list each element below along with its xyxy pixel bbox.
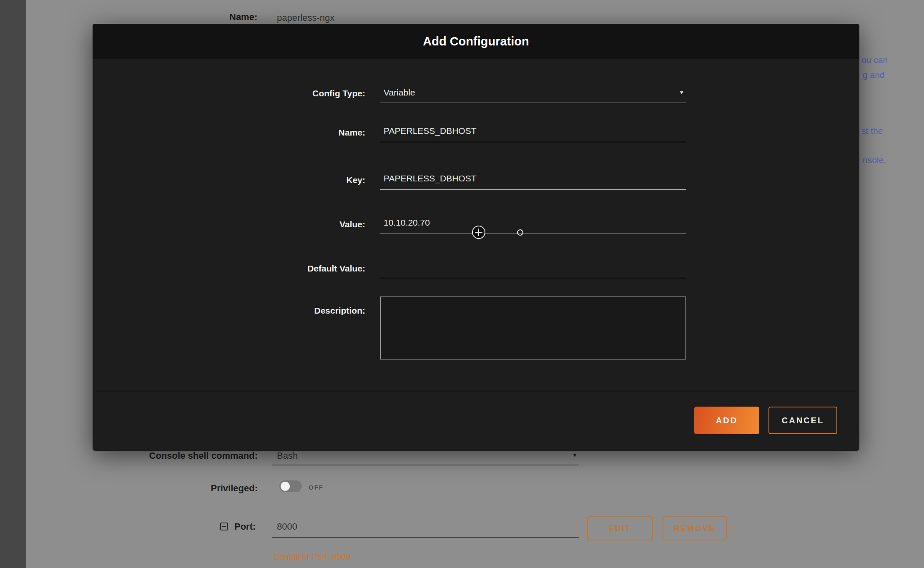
description-textarea[interactable] (380, 297, 686, 359)
default-value-label: Default Value: (93, 259, 365, 278)
cancel-button[interactable]: CANCEL (768, 407, 837, 434)
key-input[interactable] (380, 171, 686, 190)
default-value-input[interactable] (380, 259, 686, 278)
config-type-value: Variable (384, 88, 415, 97)
console-dropdown-arrow-icon[interactable]: ▼ (572, 452, 578, 458)
config-type-row: Config Type: Variable ▼ (93, 84, 859, 103)
screen: Name: paperless-ngx ou can g and st the … (0, 0, 924, 568)
value-label: Value: (93, 215, 365, 234)
modal-footer-divider (96, 391, 856, 391)
value-input[interactable] (380, 215, 686, 234)
name-row: Name: (93, 123, 859, 142)
bg-name-label: Name: (229, 12, 257, 23)
default-value-row: Default Value: (93, 259, 859, 278)
port-value[interactable]: 8000 (277, 521, 297, 532)
port-label: Port: (234, 521, 256, 532)
chevron-down-icon: ▼ (679, 90, 684, 95)
privileged-label: Privileged: (83, 483, 258, 494)
config-type-select[interactable]: Variable ▼ (380, 84, 686, 103)
config-type-label: Config Type: (93, 84, 365, 103)
name-label: Name: (93, 123, 365, 142)
bg-clipped-text-4: nsole. (863, 155, 886, 165)
bg-clipped-text-3: st the (861, 126, 883, 136)
bg-clipped-text-2: g and (863, 70, 885, 80)
page-left-edge (0, 0, 26, 568)
bg-clipped-text-1: ou can (861, 55, 888, 65)
container-port-text: Container Port: 8000 (274, 552, 351, 562)
console-shell-label: Console shell command: (83, 450, 258, 461)
privileged-state: OFF (309, 484, 324, 491)
move-cursor-icon (472, 226, 485, 239)
cursor-ring-icon (517, 229, 523, 236)
port-remove-button[interactable]: REMOVE (663, 516, 727, 540)
key-label: Key: (93, 171, 365, 190)
console-shell-value[interactable]: Bash (277, 450, 298, 461)
modal-header: Add Configuration (93, 24, 859, 59)
modal-title: Add Configuration (423, 35, 529, 48)
port-field-underline (272, 537, 579, 538)
add-button[interactable]: ADD (694, 407, 759, 434)
port-edit-button[interactable]: EDIT (587, 516, 653, 540)
key-row: Key: (93, 171, 859, 190)
console-field-underline (272, 465, 579, 465)
privileged-toggle[interactable] (279, 480, 302, 492)
name-input[interactable] (380, 123, 686, 142)
toggle-knob (281, 482, 290, 491)
bg-name-value: paperless-ngx (277, 13, 334, 23)
collapse-minus-icon[interactable] (220, 523, 228, 530)
description-label: Description: (93, 301, 365, 320)
